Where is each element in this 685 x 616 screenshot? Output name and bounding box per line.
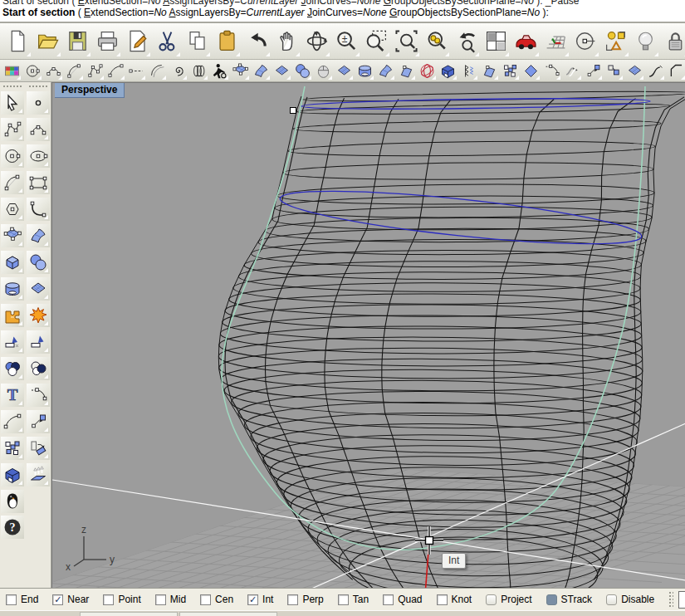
helix-spiral-button[interactable] [168, 61, 188, 81]
perspective-viewport[interactable]: Perspective zyx Int [51, 82, 685, 588]
arc-button[interactable] [1, 171, 24, 194]
osnap-cen-checkbox[interactable] [200, 594, 211, 605]
osnap-quad-checkbox[interactable] [383, 594, 394, 605]
fillet-curve-button[interactable] [27, 198, 50, 221]
osnap-tan[interactable]: Tan [338, 594, 369, 605]
circle-center-button[interactable] [1, 144, 24, 168]
ellipse-button[interactable] [27, 144, 50, 168]
osnap-int-checkbox[interactable]: ✓ [247, 594, 258, 605]
surface-curved-button[interactable] [27, 224, 50, 247]
move-button[interactable] [27, 410, 50, 433]
spheres-button[interactable] [27, 251, 50, 274]
zoom-extents-button[interactable] [391, 25, 421, 58]
point-button[interactable] [27, 91, 50, 115]
surface-curved-button[interactable] [251, 61, 272, 81]
arc-dotted-button[interactable] [27, 384, 50, 407]
circle-radius-button[interactable] [570, 25, 600, 58]
boolean-difference-button[interactable] [27, 357, 50, 380]
help-button[interactable]: ? [1, 516, 24, 539]
selection-filter-button[interactable] [600, 25, 630, 58]
osnap-point[interactable]: Point [103, 594, 140, 605]
car-button[interactable] [511, 25, 541, 58]
squares-duplicate-button[interactable] [500, 61, 521, 81]
array-rect-button[interactable] [1, 437, 24, 460]
zoom-window-button[interactable] [361, 25, 391, 58]
extrude-arrows-button[interactable] [27, 463, 50, 486]
osnap-cen[interactable]: Cen [200, 594, 233, 605]
surface-from-points-button[interactable] [1, 224, 24, 247]
rotate-view-button[interactable] [301, 25, 331, 58]
copy-button[interactable] [182, 25, 212, 58]
polyline-button[interactable] [1, 118, 24, 141]
chamfer-edge-button[interactable] [666, 61, 685, 81]
undo-button[interactable] [242, 25, 272, 58]
surface-tilt-button[interactable] [479, 61, 500, 81]
print-button[interactable] [92, 25, 122, 58]
cplane-grid-button[interactable] [541, 25, 570, 58]
osnap-quad[interactable]: Quad [383, 594, 422, 605]
osnap-mid[interactable]: Mid [155, 594, 186, 605]
osnap-strack-checkbox[interactable] [546, 594, 557, 605]
osnap-disable-checkbox[interactable] [606, 594, 617, 605]
osnap-perp[interactable]: Perp [287, 594, 323, 605]
surface-patch-button[interactable] [27, 277, 50, 301]
section-cylinder-button[interactable] [188, 61, 209, 81]
paste-button[interactable] [212, 25, 242, 58]
surface-plane-button[interactable] [334, 61, 355, 81]
viewport-layout-button[interactable] [481, 25, 511, 58]
surface-from-points-button[interactable] [230, 61, 251, 81]
edit-notes-button[interactable] [122, 25, 152, 58]
command-area[interactable]: Start of section ( ExtendSection=No Assi… [0, 0, 685, 23]
polygon-button[interactable] [1, 198, 24, 221]
rotate-copy-button[interactable] [27, 437, 50, 460]
toolbar-grip[interactable] [2, 84, 23, 88]
osnap-knot[interactable]: Knot [437, 594, 472, 605]
lightbulb-button[interactable] [630, 25, 660, 58]
osnap-point-checkbox[interactable] [103, 594, 114, 605]
osnap-tan-checkbox[interactable] [338, 594, 349, 605]
save-file-button[interactable] [62, 25, 92, 58]
open-file-button[interactable] [32, 25, 62, 58]
circle-control-points-button[interactable] [22, 61, 43, 81]
join-puzzle-button[interactable] [1, 304, 24, 327]
osnap-int[interactable]: ✓Int [247, 594, 273, 605]
surface-point-on-button[interactable] [396, 61, 417, 81]
move-to-surface-button[interactable] [583, 61, 604, 81]
curve-blend-arc-button[interactable] [1, 410, 24, 433]
surface-bend-button[interactable] [375, 61, 396, 81]
undo-view-change-button[interactable] [451, 25, 481, 58]
digitize-person-button[interactable] [209, 61, 230, 81]
surface-patch-button[interactable] [272, 61, 292, 81]
toolbar-grip[interactable] [28, 84, 49, 88]
explode-button[interactable] [27, 304, 50, 327]
solid-box-white-button[interactable] [1, 463, 24, 486]
swatch-white[interactable] [678, 591, 685, 609]
viewport-title[interactable]: Perspective [55, 83, 125, 98]
osnap-mid-checkbox[interactable] [155, 594, 166, 605]
curve-interpolate-button[interactable] [27, 118, 50, 141]
toolbar-grip[interactable] [668, 591, 673, 608]
cut-button[interactable] [152, 25, 182, 58]
osnap-perp-checkbox[interactable] [287, 594, 298, 605]
blend-curves-button[interactable] [562, 61, 583, 81]
mouse-settings-button[interactable] [313, 61, 334, 81]
osnap-end-checkbox[interactable] [6, 594, 17, 605]
color-palette-button[interactable] [2, 61, 22, 81]
polyline-kink-button[interactable] [85, 61, 105, 81]
pointer-button[interactable] [1, 91, 24, 115]
new-file-button[interactable] [2, 25, 32, 58]
merge-surfaces-button[interactable] [624, 61, 645, 81]
conic-curve-button[interactable] [105, 61, 126, 81]
solid-box-blue-button[interactable] [438, 61, 458, 81]
diamond-surface-button[interactable] [521, 61, 541, 81]
text-button[interactable]: T [1, 384, 24, 407]
rectangle-button[interactable] [27, 171, 50, 194]
fillet-hook-button[interactable] [645, 61, 666, 81]
split-button[interactable] [27, 330, 50, 354]
osnap-knot-checkbox[interactable] [437, 594, 448, 605]
revolve-red-button[interactable] [417, 61, 438, 81]
osnap-near[interactable]: ✓Near [52, 594, 89, 605]
trim-button[interactable] [1, 330, 24, 354]
osnap-near-checkbox[interactable]: ✓ [52, 594, 63, 605]
lock-button[interactable] [660, 25, 685, 58]
